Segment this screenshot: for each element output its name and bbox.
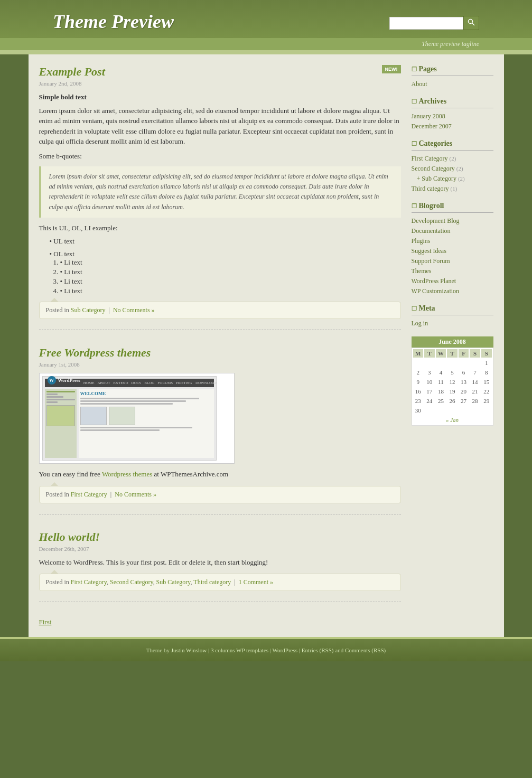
cal-day: 28 [470, 397, 480, 405]
wp-nav-about: ABOUT [97, 381, 110, 385]
cal-day: 2 [413, 368, 424, 377]
wordpress-themes-link[interactable]: Wordpress themes [102, 470, 152, 478]
blogroll-item: Support Forum [412, 256, 493, 266]
sub-category-link[interactable]: Sub Category [156, 578, 191, 586]
cal-week-2: 2 3 4 5 6 7 8 [413, 368, 492, 377]
docs-link[interactable]: Documentation [412, 227, 451, 235]
wp-preview-thumb [46, 405, 75, 426]
themes-link[interactable]: Themes [412, 267, 432, 275]
blogroll-item: Plugins [412, 236, 493, 246]
wp-main-mini: WELCOME [79, 389, 214, 458]
sidebar-calendar: June 2008 M T W T F S S [412, 336, 493, 426]
main-wrapper: NEW! Example Post January 2nd, 2008 Simp… [29, 54, 504, 637]
second-category-link[interactable]: Second Category [110, 578, 153, 586]
wp-screenshot-inner: W WordPress HOME ABOUT EXTEND DOCS BLOG … [42, 376, 217, 461]
pagination: First [39, 618, 401, 626]
dev-blog-link[interactable]: Development Blog [412, 217, 460, 224]
wp-logo-mini: W [48, 376, 56, 385]
cal-day: 5 [447, 368, 458, 377]
cal-day: 10 [424, 378, 435, 386]
first-category-link[interactable]: First Category [71, 578, 107, 586]
wp-screenshots-row [80, 407, 212, 425]
site-header: Theme Preview [0, 0, 532, 38]
wp-nav-hosting: HOSTING [176, 381, 192, 385]
pages-list-item: About [412, 79, 493, 89]
blogroll-item: Suggest Ideas [412, 246, 493, 256]
cal-day: 22 [481, 387, 492, 396]
archive-dec-2007[interactable]: December 2007 [412, 123, 452, 130]
footer-and: and [335, 647, 345, 653]
search-input[interactable] [389, 17, 463, 30]
blogroll-item: Development Blog [412, 216, 493, 226]
wp-nav-extend: EXTEND [114, 381, 128, 385]
sidebar-archives: Archives January 2008 December 2007 [412, 97, 493, 132]
sidebar: Pages About Archives January 2008 Decemb… [412, 65, 493, 626]
wp-line [46, 399, 75, 400]
third-category-link[interactable]: Third category [193, 578, 231, 586]
archive-item: January 2008 [412, 111, 493, 121]
free-text-before: You can easy find free [39, 470, 100, 478]
no-comments-link[interactable]: No Comments » [115, 491, 156, 498]
post-content: Welcome to WordPress. This is your first… [39, 557, 401, 568]
meta-item: Log in [412, 318, 493, 329]
post-bold-heading: Simple bold text [39, 92, 401, 102]
wp-line [46, 393, 58, 395]
no-comments-link[interactable]: No Comments » [113, 306, 155, 314]
list-item: Li text [60, 268, 401, 276]
cal-header-s2: S [481, 349, 492, 358]
cal-day: 25 [436, 397, 446, 405]
pages-heading: Pages [412, 65, 493, 76]
first-page-link[interactable]: First [39, 618, 52, 626]
list-item: Li text [60, 287, 401, 295]
ol-parent-list: OL text Li text Li text Li text Li text [50, 250, 401, 295]
cal-day: 23 [413, 397, 424, 405]
sub-category-link[interactable]: + Sub Category [417, 175, 456, 182]
suggest-ideas-link[interactable]: Suggest Ideas [412, 247, 446, 255]
first-category-link[interactable]: First Category [412, 155, 448, 162]
post-title[interactable]: Hello world! [39, 530, 401, 544]
archive-item: December 2007 [412, 121, 493, 132]
third-category-link[interactable]: Third category [412, 185, 449, 192]
list-item: Li text [60, 277, 401, 286]
wp-welcome: WELCOME [80, 391, 212, 396]
login-link[interactable]: Log in [412, 320, 428, 327]
cal-day [447, 359, 458, 367]
post-content: Simple bold text Lorem ipsum dolor sit a… [39, 92, 401, 295]
category-item: Third category (1) [412, 184, 493, 194]
cal-day: 1 [481, 359, 492, 367]
tagline-bar: Theme preview tagline [0, 38, 532, 50]
category-link[interactable]: First Category [71, 491, 107, 498]
support-forum-link[interactable]: Support Forum [412, 257, 450, 265]
cal-day: 4 [436, 368, 446, 377]
footer-entries-rss[interactable]: Entries (RSS) [302, 647, 334, 653]
category-link[interactable]: Sub Category [71, 306, 106, 314]
archive-jan-2008[interactable]: January 2008 [412, 113, 445, 120]
wp-line [46, 391, 75, 392]
search-icon [468, 18, 475, 26]
cal-day [413, 359, 424, 367]
footer-templates-link[interactable]: 3 columns WP templates [211, 647, 268, 653]
search-button[interactable] [463, 16, 479, 30]
comment-link[interactable]: 1 Comment » [239, 578, 273, 586]
footer-author-link[interactable]: Justin Winslow [171, 647, 207, 653]
about-link[interactable]: About [412, 80, 427, 88]
post-date: January 1st, 2008 [39, 361, 401, 368]
post-title[interactable]: Example Post [39, 65, 401, 79]
category-count: (2) [456, 165, 463, 172]
plugins-link[interactable]: Plugins [412, 237, 431, 245]
sub-category-item: + Sub Category (2) [412, 174, 493, 184]
second-category-link[interactable]: Second Category [412, 165, 455, 172]
post-title[interactable]: Free Wordpress themes [39, 346, 401, 360]
main-content: NEW! Example Post January 2nd, 2008 Simp… [39, 65, 412, 626]
posted-in-label: Posted in [46, 306, 69, 314]
cal-prev-link[interactable]: « Jan [446, 417, 459, 423]
cal-day-empty [424, 406, 491, 415]
post-footer: Posted in Sub Category | No Comments » [39, 302, 401, 319]
wp-customization-link[interactable]: WP Customization [412, 287, 460, 295]
pages-list: About [412, 79, 493, 89]
footer-comments-rss[interactable]: Comments (RSS) [345, 647, 386, 653]
wp-planet-link[interactable]: WordPress Planet [412, 277, 456, 285]
blogroll-item: WordPress Planet [412, 276, 493, 286]
list-heading: This is UL, OL, LI example: [39, 223, 401, 233]
footer-wp-link[interactable]: WordPress [273, 647, 297, 653]
